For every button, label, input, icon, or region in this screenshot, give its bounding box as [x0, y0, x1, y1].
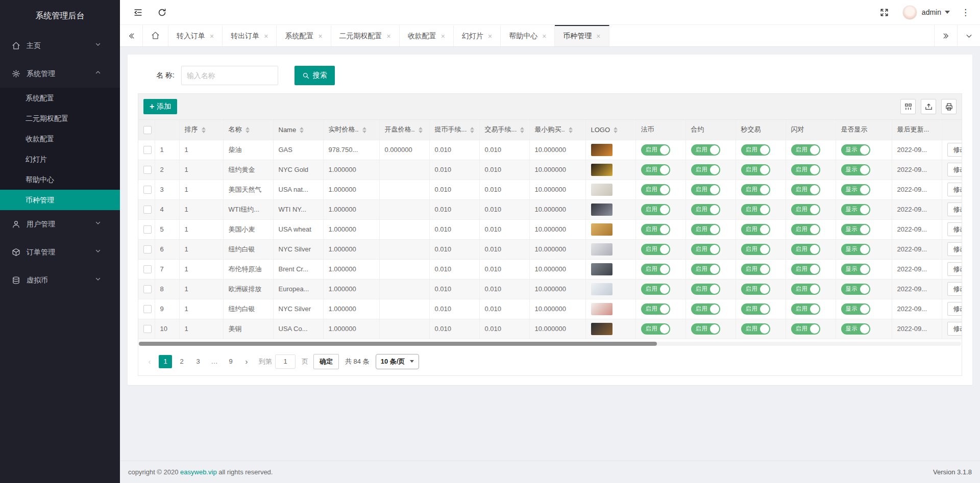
col-header-price[interactable]: 实时价格.. [323, 120, 379, 140]
edit-button[interactable]: 修改 [947, 282, 962, 296]
contract-toggle[interactable]: 启用 [691, 184, 720, 195]
contract-toggle[interactable]: 启用 [691, 144, 720, 156]
tab-transfer-out-orders[interactable]: 转出订单× [223, 25, 277, 46]
col-header-name-en[interactable]: Name [273, 120, 323, 140]
legal-toggle[interactable]: 启用 [641, 303, 670, 315]
edit-button[interactable]: 修改 [947, 202, 962, 216]
seconds-trade-toggle[interactable]: 启用 [741, 244, 770, 255]
sidebar-subitem-binary-option-config[interactable]: 二元期权配置 [0, 108, 120, 129]
row-checkbox[interactable] [143, 285, 152, 293]
row-checkbox[interactable] [143, 166, 152, 174]
contract-toggle[interactable]: 启用 [691, 264, 720, 275]
tab-close-icon[interactable]: × [210, 33, 214, 40]
seconds-trade-toggle[interactable]: 启用 [741, 144, 770, 156]
flash-swap-toggle[interactable]: 启用 [791, 303, 820, 315]
sort-icon[interactable] [569, 127, 573, 133]
tab-home[interactable] [143, 25, 168, 46]
sidebar-subitem-payment-config[interactable]: 收款配置 [0, 129, 120, 149]
legal-toggle[interactable]: 启用 [641, 204, 670, 215]
tab-close-icon[interactable]: × [488, 33, 492, 40]
seconds-trade-toggle[interactable]: 启用 [741, 164, 770, 175]
seconds-trade-toggle[interactable]: 启用 [741, 323, 770, 335]
visible-toggle[interactable]: 显示 [841, 224, 870, 235]
tab-slides[interactable]: 幻灯片× [454, 25, 501, 46]
flash-swap-toggle[interactable]: 启用 [791, 204, 820, 215]
tab-binary-option-config[interactable]: 二元期权配置× [331, 25, 400, 46]
contract-toggle[interactable]: 启用 [691, 224, 720, 235]
page-button-9[interactable]: 9 [224, 355, 237, 368]
row-checkbox[interactable] [143, 225, 152, 234]
page-button-2[interactable]: 2 [175, 355, 188, 368]
menu-fold-icon[interactable] [133, 8, 143, 17]
legal-toggle[interactable]: 启用 [641, 264, 670, 275]
visible-toggle[interactable]: 显示 [841, 184, 870, 195]
edit-button[interactable]: 修改 [947, 143, 962, 157]
search-input[interactable] [181, 66, 278, 85]
edit-button[interactable]: 修改 [947, 183, 962, 196]
easyweb-link[interactable]: easyweb.vip [180, 468, 217, 476]
fullscreen-icon[interactable] [879, 8, 889, 17]
flash-swap-toggle[interactable]: 启用 [791, 144, 820, 156]
flash-swap-toggle[interactable]: 启用 [791, 184, 820, 195]
col-header-withdraw-fee[interactable]: 提币手续... [429, 120, 479, 140]
horizontal-scrollbar[interactable] [139, 342, 961, 346]
sidebar-subitem-slides[interactable]: 幻灯片 [0, 149, 120, 169]
tab-payment-config[interactable]: 收款配置× [400, 25, 454, 46]
edit-button[interactable]: 修改 [947, 163, 962, 176]
flash-swap-toggle[interactable]: 启用 [791, 323, 820, 335]
edit-button[interactable]: 修改 [947, 222, 962, 236]
col-header-open-price[interactable]: 开盘价格.. [379, 120, 429, 140]
sidebar-item-order-management[interactable]: 订单管理 [0, 238, 120, 266]
column-filter-button[interactable] [900, 99, 916, 114]
legal-toggle[interactable]: 启用 [641, 323, 670, 335]
tab-close-icon[interactable]: × [441, 33, 445, 40]
sort-icon[interactable] [246, 127, 250, 133]
sidebar-item-system[interactable]: 系统管理 [0, 60, 120, 88]
row-checkbox[interactable] [143, 325, 152, 333]
seconds-trade-toggle[interactable]: 启用 [741, 284, 770, 295]
tabs-scroll-right-button[interactable] [934, 25, 957, 46]
edit-button[interactable]: 修改 [947, 302, 962, 316]
tab-close-icon[interactable]: × [387, 33, 391, 40]
contract-toggle[interactable]: 启用 [691, 164, 720, 175]
row-checkbox[interactable] [143, 146, 152, 154]
more-options-icon[interactable]: ⋮ [961, 7, 970, 18]
sort-icon[interactable] [362, 127, 366, 133]
row-checkbox[interactable] [143, 305, 152, 313]
contract-toggle[interactable]: 启用 [691, 244, 720, 255]
seconds-trade-toggle[interactable]: 启用 [741, 184, 770, 195]
row-checkbox[interactable] [143, 186, 152, 194]
scrollbar-thumb[interactable] [139, 342, 657, 346]
sidebar-item-home[interactable]: 主页 [0, 32, 120, 60]
page-button-1[interactable]: 1 [159, 355, 172, 368]
seconds-trade-toggle[interactable]: 启用 [741, 303, 770, 315]
col-header-min-buy[interactable]: 最小购买.. [529, 120, 585, 140]
edit-button[interactable]: 修改 [947, 242, 962, 256]
add-button[interactable]: + 添加 [143, 99, 177, 114]
sort-icon[interactable] [470, 127, 474, 133]
contract-toggle[interactable]: 启用 [691, 323, 720, 335]
tab-coin-management[interactable]: 币种管理× [555, 25, 609, 46]
legal-toggle[interactable]: 启用 [641, 164, 670, 175]
row-checkbox[interactable] [143, 245, 152, 253]
page-button-3[interactable]: 3 [191, 355, 205, 368]
visible-toggle[interactable]: 显示 [841, 144, 870, 156]
sidebar-subitem-system-config[interactable]: 系统配置 [0, 88, 120, 108]
tab-close-icon[interactable]: × [542, 33, 546, 40]
tabs-menu-button[interactable] [957, 25, 980, 46]
refresh-icon[interactable] [157, 8, 167, 17]
page-size-select[interactable]: 10 条/页 [376, 354, 420, 369]
sidebar-item-virtual-coin[interactable]: 虚拟币 [0, 266, 120, 294]
visible-toggle[interactable]: 显示 [841, 284, 870, 295]
sort-icon[interactable] [300, 127, 304, 133]
tab-system-config[interactable]: 系统配置× [277, 25, 331, 46]
print-button[interactable] [941, 99, 957, 114]
seconds-trade-toggle[interactable]: 启用 [741, 264, 770, 275]
col-header-sort[interactable]: 排序 [179, 120, 223, 140]
flash-swap-toggle[interactable]: 启用 [791, 284, 820, 295]
flash-swap-toggle[interactable]: 启用 [791, 244, 820, 255]
tab-close-icon[interactable]: × [264, 33, 268, 40]
sidebar-subitem-coin-management[interactable]: 币种管理 [0, 190, 120, 210]
visible-toggle[interactable]: 显示 [841, 164, 870, 175]
user-avatar[interactable] [902, 5, 917, 20]
